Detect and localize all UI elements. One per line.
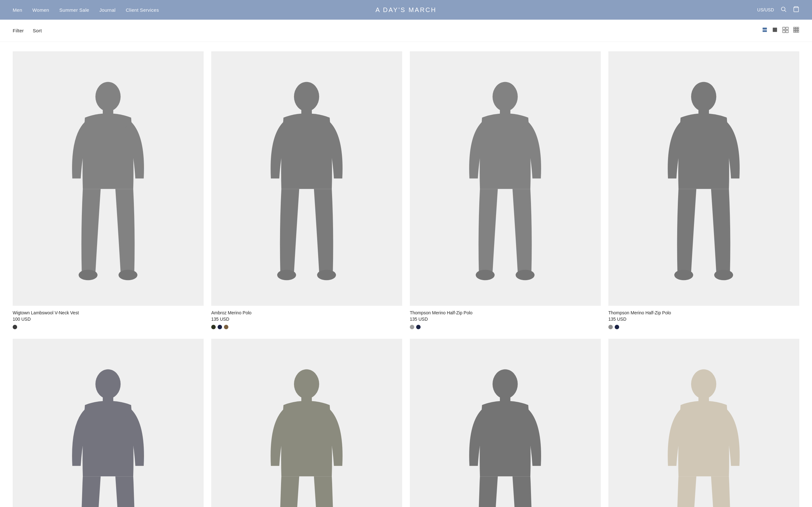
product-name: Wigtown Lambswool V-Neck Vest	[13, 310, 204, 315]
svg-point-25	[277, 270, 296, 280]
product-card[interactable]: Linen Shirt115 USD	[608, 339, 799, 507]
svg-rect-6	[783, 27, 785, 30]
product-name: Ambroz Merino Polo	[211, 310, 402, 315]
svg-point-29	[476, 270, 495, 280]
view-double-icon[interactable]	[772, 27, 778, 34]
view-triple-icon[interactable]	[782, 26, 789, 35]
nav-right: US/USD	[757, 6, 799, 14]
product-name: Thompson Merino Half-Zip Polo	[410, 310, 601, 315]
color-swatch[interactable]	[410, 325, 414, 329]
svg-rect-5	[773, 27, 777, 32]
nav-journal[interactable]: Journal	[99, 7, 115, 13]
nav-client-services[interactable]: Client Services	[125, 7, 159, 13]
svg-point-31	[691, 82, 716, 112]
svg-rect-8	[783, 31, 785, 33]
svg-rect-15	[798, 29, 799, 31]
color-swatches	[608, 325, 799, 329]
svg-point-43	[493, 369, 518, 399]
svg-point-30	[516, 270, 535, 280]
color-swatch[interactable]	[13, 325, 17, 329]
svg-rect-16	[794, 31, 795, 33]
product-price: 100 USD	[13, 317, 204, 322]
cart-icon[interactable]	[793, 6, 799, 14]
svg-rect-14	[796, 29, 797, 31]
view-single-icon[interactable]	[762, 27, 768, 34]
svg-line-1	[785, 10, 786, 12]
product-price: 135 USD	[211, 317, 402, 322]
color-swatches	[13, 325, 204, 329]
filter-sort-toolbar: Filter Sort	[0, 20, 812, 42]
color-swatch[interactable]	[615, 325, 619, 329]
svg-rect-3	[763, 27, 767, 30]
nav-left: Men Women Summer Sale Journal Client Ser…	[13, 7, 159, 13]
svg-rect-12	[798, 27, 799, 29]
svg-point-39	[294, 369, 319, 399]
product-price: 135 USD	[410, 317, 601, 322]
product-card[interactable]: Wigtown Lambswool V-Neck Vest100 USD	[13, 51, 204, 329]
svg-point-34	[714, 270, 733, 280]
svg-point-26	[317, 270, 336, 280]
product-name: Thompson Merino Half-Zip Polo	[608, 310, 799, 315]
color-swatch[interactable]	[224, 325, 229, 329]
product-card[interactable]: Ribbed Merino Crewneck125 USD	[211, 339, 402, 507]
search-icon[interactable]	[780, 6, 786, 14]
site-header: Men Women Summer Sale Journal Client Ser…	[0, 0, 812, 20]
svg-point-21	[79, 270, 98, 280]
toolbar-right	[762, 26, 799, 35]
svg-rect-9	[786, 31, 789, 33]
svg-point-0	[781, 7, 785, 11]
svg-rect-10	[794, 27, 795, 29]
brand-logo[interactable]: A DAY'S MARCH	[375, 6, 437, 14]
nav-women[interactable]: Women	[32, 7, 49, 13]
toolbar-left: Filter Sort	[13, 28, 42, 33]
nav-men[interactable]: Men	[13, 7, 22, 13]
product-card[interactable]: Thompson Merino Half-Zip Polo135 USD	[608, 51, 799, 329]
product-card[interactable]: Ambroz Merino Polo135 USD	[211, 51, 402, 329]
svg-point-35	[96, 369, 120, 399]
sort-button[interactable]: Sort	[33, 28, 42, 33]
svg-point-47	[691, 369, 716, 399]
svg-rect-13	[794, 29, 795, 31]
product-grid: Wigtown Lambswool V-Neck Vest100 USD Amb…	[0, 42, 812, 507]
product-card[interactable]: Thompson Merino Half-Zip Polo135 USD	[410, 51, 601, 329]
svg-rect-17	[796, 31, 797, 33]
product-card[interactable]: Merino Polo130 USD	[410, 339, 601, 507]
color-swatch[interactable]	[217, 325, 222, 329]
view-quad-icon[interactable]	[793, 26, 799, 35]
svg-point-33	[674, 270, 693, 280]
svg-point-27	[493, 82, 518, 112]
svg-rect-7	[786, 27, 789, 30]
color-swatch[interactable]	[608, 325, 613, 329]
filter-button[interactable]: Filter	[13, 28, 24, 33]
svg-rect-11	[796, 27, 797, 29]
color-swatches	[410, 325, 601, 329]
product-price: 135 USD	[608, 317, 799, 322]
color-swatch[interactable]	[211, 325, 216, 329]
svg-point-22	[119, 270, 138, 280]
svg-rect-4	[763, 31, 767, 32]
color-swatches	[211, 325, 402, 329]
svg-rect-18	[798, 31, 799, 33]
product-card[interactable]: Merino Crewneck120 USD	[13, 339, 204, 507]
region-selector[interactable]: US/USD	[757, 7, 774, 12]
svg-point-19	[96, 82, 120, 112]
color-swatch[interactable]	[416, 325, 420, 329]
svg-point-23	[294, 82, 319, 112]
nav-summer-sale[interactable]: Summer Sale	[59, 7, 89, 13]
